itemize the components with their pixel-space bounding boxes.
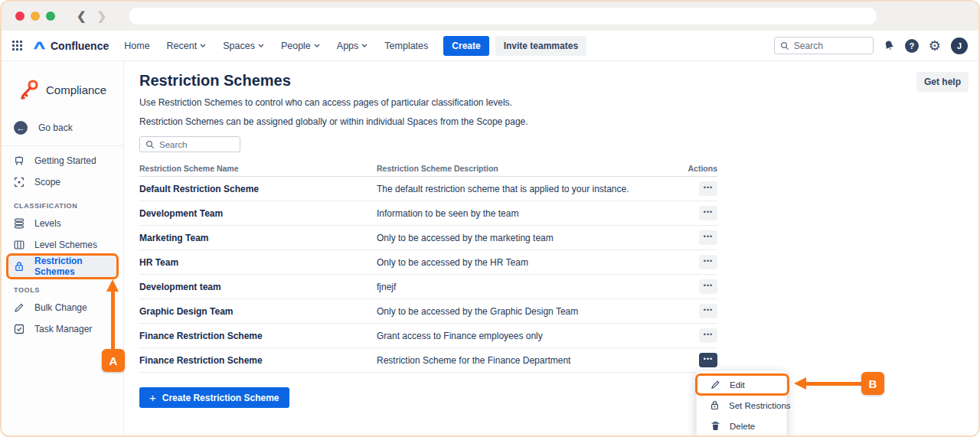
nav-templates[interactable]: Templates [384, 41, 428, 51]
sidebar-item-scope[interactable]: Scope [8, 171, 117, 193]
table-search-input[interactable] [159, 140, 232, 149]
table-row: Finance Restriction Scheme Restriction S… [139, 348, 717, 373]
menu-item-delete[interactable]: Delete [697, 416, 786, 436]
primary-nav: Home Recent Spaces People Apps Templates [124, 41, 428, 51]
global-search-input[interactable] [794, 41, 863, 51]
nav-people[interactable]: People [281, 41, 320, 51]
table-header: Restriction Scheme Name Restriction Sche… [139, 160, 717, 177]
task-check-icon [14, 324, 24, 334]
row-actions-button[interactable]: ••• [699, 304, 717, 318]
notifications-bell-icon[interactable] [882, 38, 897, 54]
sidebar-item-levels[interactable]: Levels [8, 213, 117, 234]
create-restriction-scheme-button[interactable]: + Create Restriction Scheme [139, 387, 289, 408]
create-button[interactable]: Create [443, 36, 488, 56]
back-arrow-icon: ← [14, 121, 28, 135]
sidebar-item-getting-started[interactable]: Getting Started [8, 150, 117, 171]
row-actions-button[interactable]: ••• [699, 206, 717, 220]
get-help-button[interactable]: Get help [916, 72, 969, 92]
row-actions-button-active[interactable]: ••• [699, 353, 717, 367]
scope-target-icon [14, 177, 24, 188]
lock-icon [14, 261, 24, 272]
row-actions-button[interactable]: ••• [699, 328, 717, 343]
section-label-tools: TOOLS [2, 283, 123, 297]
table-search[interactable] [139, 136, 240, 152]
browser-chrome: ❮ ❯ [2, 2, 978, 31]
search-icon [145, 140, 155, 149]
row-actions-button[interactable]: ••• [699, 255, 717, 269]
col-header-name: Restriction Scheme Name [139, 164, 377, 173]
sidebar-item-task-manager[interactable]: Task Manager [8, 318, 117, 340]
row-actions-button[interactable]: ••• [699, 181, 717, 196]
main-content: Get help Restriction Schemes Use Restric… [124, 61, 978, 435]
confluence-brand[interactable]: Confluence [33, 40, 109, 52]
traffic-lights [15, 11, 55, 21]
confluence-logo-icon [33, 41, 46, 51]
easel-icon [14, 155, 24, 166]
invite-teammates-button[interactable]: Invite teammates [495, 36, 586, 56]
annotation-badge-b: B [861, 372, 884, 395]
browser-back-icon[interactable]: ❮ [77, 9, 87, 23]
chevron-down-icon [258, 44, 264, 47]
restriction-schemes-table: Restriction Scheme Name Restriction Sche… [139, 160, 717, 373]
pencil-icon [710, 380, 720, 390]
app-name: Compliance [46, 83, 106, 96]
annotation-arrow-b [794, 377, 806, 390]
settings-gear-icon[interactable]: ⚙ [929, 39, 941, 53]
table-row: Marketing Team Only to be accessed by th… [139, 226, 717, 250]
zoom-window-icon[interactable] [46, 11, 55, 21]
col-header-description: Restriction Scheme Description [377, 164, 684, 173]
chevron-down-icon [361, 44, 368, 47]
intro-line-2: Restriction Schemes can be assigned glob… [139, 116, 978, 128]
chevron-down-icon [200, 44, 206, 47]
nav-apps[interactable]: Apps [337, 41, 368, 51]
table-row: HR Team Only to be accessed by the HR Te… [139, 250, 717, 275]
sidebar-item-restriction-schemes[interactable]: Restriction Schemes [8, 256, 117, 277]
top-navbar: Confluence Home Recent Spaces People App… [2, 31, 978, 61]
row-actions-button[interactable]: ••• [699, 279, 717, 294]
help-icon[interactable]: ? [905, 39, 919, 53]
annotation-badge-a: A [102, 349, 125, 372]
nav-spaces[interactable]: Spaces [223, 41, 264, 51]
pencil-icon [14, 302, 24, 313]
trash-icon [710, 421, 720, 431]
layers-icon [14, 218, 24, 229]
columns-icon [14, 240, 24, 250]
search-icon [780, 41, 789, 51]
lock-icon [710, 400, 720, 410]
section-label-classification: CLASSIFICATION [2, 199, 123, 213]
screenshot-frame: ❮ ❯ Confluence Home Recent Spaces People [0, 0, 980, 437]
table-row: Default Restriction Scheme The default r… [139, 177, 717, 201]
table-row: Finance Restriction Scheme Grant access … [139, 324, 717, 348]
nav-home[interactable]: Home [124, 41, 149, 51]
brand-name: Confluence [51, 40, 109, 52]
menu-item-set-restrictions[interactable]: Set Restrictions [697, 395, 786, 416]
col-header-actions: Actions [684, 164, 717, 173]
row-actions-button[interactable]: ••• [699, 230, 717, 245]
table-row: Development team fjnejf ••• [139, 275, 717, 299]
intro-line-1: Use Restriction Schemes to control who c… [139, 96, 978, 109]
page-title: Restriction Schemes [139, 72, 978, 90]
nav-recent[interactable]: Recent [167, 41, 207, 51]
sidebar: Compliance ← Go back Getting Started [2, 61, 124, 435]
table-row: Development Team Information to be seen … [139, 201, 717, 226]
sidebar-item-bulk-change[interactable]: Bulk Change [8, 297, 117, 318]
global-search[interactable] [774, 37, 874, 54]
row-actions-menu: Edit Set Restrictions [696, 370, 787, 437]
app-switcher-icon[interactable] [12, 41, 22, 51]
avatar[interactable]: J [951, 38, 968, 54]
compliance-key-icon [18, 78, 40, 101]
table-row: Graphic Design Team Only to be accessed … [139, 299, 717, 324]
sidebar-item-level-schemes[interactable]: Level Schemes [8, 234, 117, 256]
go-back-button[interactable]: ← Go back [2, 116, 123, 139]
minimize-window-icon[interactable] [31, 11, 40, 21]
address-bar[interactable] [129, 8, 877, 24]
browser-forward-icon: ❯ [97, 9, 107, 23]
plus-icon: + [149, 392, 156, 403]
chevron-down-icon [314, 44, 320, 47]
menu-item-edit[interactable]: Edit [697, 374, 786, 395]
close-window-icon[interactable] [15, 11, 24, 21]
annotation-arrow-a [106, 279, 119, 292]
app-logo: Compliance [2, 61, 123, 107]
